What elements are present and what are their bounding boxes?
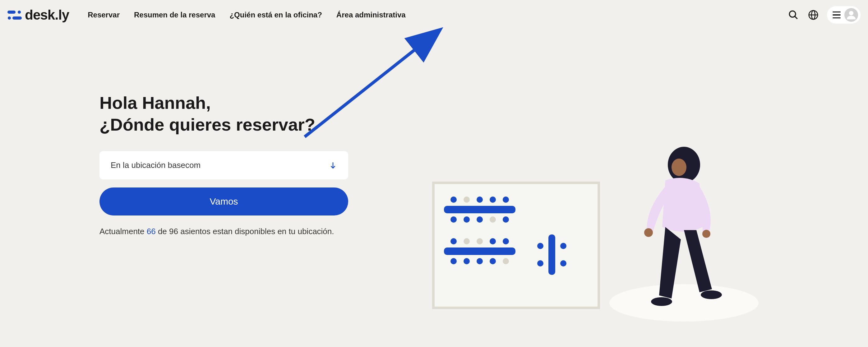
svg-point-16 bbox=[702, 230, 710, 238]
logo-mark-icon bbox=[7, 9, 22, 21]
globe-icon bbox=[808, 10, 818, 20]
svg-point-15 bbox=[644, 228, 653, 237]
search-button[interactable] bbox=[787, 9, 800, 21]
nav-quien[interactable]: ¿Quién está en la oficina? bbox=[229, 10, 322, 19]
profile-menu[interactable] bbox=[827, 6, 861, 24]
header: desk.ly Reservar Resumen de la reserva ¿… bbox=[0, 0, 868, 30]
floorplan-icon bbox=[432, 182, 600, 309]
greeting: Hola Hannah, ¿Dónde quieres reservar? bbox=[99, 92, 379, 135]
illustration bbox=[432, 146, 724, 309]
nav-resumen[interactable]: Resumen de la reserva bbox=[134, 10, 215, 19]
nav-reservar[interactable]: Reservar bbox=[88, 10, 120, 19]
svg-point-14 bbox=[672, 159, 686, 176]
svg-rect-3 bbox=[12, 17, 22, 20]
logo-text: desk.ly bbox=[25, 7, 69, 23]
hamburger-icon bbox=[833, 11, 841, 19]
svg-point-17 bbox=[651, 297, 672, 306]
main-nav: Reservar Resumen de la reserva ¿Quién es… bbox=[88, 10, 405, 19]
svg-line-5 bbox=[795, 16, 798, 19]
logo[interactable]: desk.ly bbox=[7, 7, 69, 23]
greeting-line2: ¿Dónde quieres reservar? bbox=[99, 114, 379, 135]
location-text: En la ubicación basecom bbox=[111, 160, 200, 170]
svg-point-2 bbox=[8, 17, 11, 20]
go-button[interactable]: Vamos bbox=[99, 188, 348, 216]
language-button[interactable] bbox=[807, 9, 819, 21]
header-actions bbox=[787, 6, 861, 24]
location-select[interactable]: En la ubicación basecom bbox=[99, 151, 348, 180]
svg-point-9 bbox=[849, 11, 854, 15]
svg-point-1 bbox=[18, 10, 21, 14]
svg-point-4 bbox=[789, 11, 796, 17]
svg-point-18 bbox=[701, 290, 722, 299]
user-icon bbox=[846, 10, 857, 20]
availability-count: 66 bbox=[147, 227, 156, 236]
nav-admin[interactable]: Área administrativa bbox=[336, 10, 406, 19]
availability-prefix: Actualmente bbox=[99, 227, 147, 236]
avatar bbox=[844, 8, 858, 22]
booking-panel: Hola Hannah, ¿Dónde quieres reservar? En… bbox=[99, 92, 379, 236]
availability-suffix: de 96 asientos estan disponibles en tu u… bbox=[156, 227, 334, 236]
svg-rect-0 bbox=[7, 10, 16, 14]
person-icon bbox=[637, 146, 724, 308]
availability-text: Actualmente 66 de 96 asientos estan disp… bbox=[99, 227, 379, 236]
search-icon bbox=[788, 10, 799, 20]
arrow-down-icon bbox=[329, 161, 337, 169]
greeting-line1: Hola Hannah, bbox=[99, 92, 379, 114]
person-illustration bbox=[637, 146, 724, 309]
